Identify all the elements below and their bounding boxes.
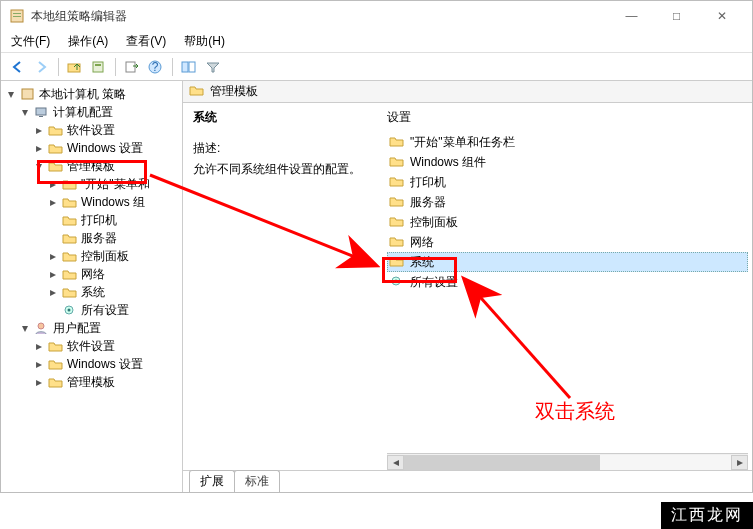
menu-view[interactable]: 查看(V) [122, 31, 170, 52]
twisty-icon[interactable]: ▾ [19, 322, 31, 334]
minimize-button[interactable]: — [609, 2, 654, 30]
up-folder-button[interactable] [64, 56, 86, 78]
twisty-icon[interactable]: ▾ [19, 106, 31, 118]
folder-icon [48, 339, 64, 353]
tree-user-software[interactable]: ▸软件设置 [31, 337, 182, 355]
tree-admin-printers[interactable]: ▸打印机 [45, 211, 182, 229]
twisty-icon[interactable]: ▸ [33, 142, 45, 154]
settings-icon [62, 303, 78, 317]
folder-icon [389, 134, 405, 151]
twisty-icon[interactable]: ▸ [33, 358, 45, 370]
scroll-thumb[interactable] [404, 455, 600, 470]
tree-admin-start[interactable]: ▸"开始"菜单和 [45, 175, 182, 193]
tree-label: 所有设置 [81, 302, 129, 319]
showhide-button[interactable] [178, 56, 200, 78]
list-item-control[interactable]: 控制面板 [387, 212, 748, 232]
forward-button[interactable] [31, 56, 53, 78]
folder-icon [48, 357, 64, 371]
help-button[interactable]: ? [145, 56, 167, 78]
folder-icon [48, 375, 64, 389]
tab-extended[interactable]: 扩展 [189, 470, 235, 492]
tree-root[interactable]: ▾ 本地计算机 策略 [3, 85, 182, 103]
toolbar: ? [1, 53, 752, 81]
window-buttons: — □ ✕ [609, 2, 744, 30]
close-button[interactable]: ✕ [699, 2, 744, 30]
svg-rect-11 [22, 89, 33, 99]
svg-point-16 [38, 323, 44, 329]
item-label: 系统 [410, 254, 434, 271]
properties-button[interactable] [88, 56, 110, 78]
path-bar: 管理模板 [183, 81, 752, 103]
item-label: 网络 [410, 234, 434, 251]
folder-icon [62, 231, 78, 245]
folder-icon [48, 141, 64, 155]
item-label: 所有设置 [410, 274, 458, 291]
tree-label: 系统 [81, 284, 105, 301]
menubar: 文件(F) 操作(A) 查看(V) 帮助(H) [1, 31, 752, 53]
svg-rect-13 [39, 116, 43, 117]
maximize-button[interactable]: □ [654, 2, 699, 30]
twisty-icon[interactable]: ▸ [47, 250, 59, 262]
twisty-icon[interactable]: ▸ [47, 268, 59, 280]
gpedit-window: 本地组策略编辑器 — □ ✕ 文件(F) 操作(A) 查看(V) 帮助(H) ? [0, 0, 753, 493]
tab-standard[interactable]: 标准 [234, 470, 280, 492]
tree-user-admin[interactable]: ▸管理模板 [31, 373, 182, 391]
tree-computer-config[interactable]: ▾ 计算机配置 [17, 103, 182, 121]
tree-comp-windows[interactable]: ▸Windows 设置 [31, 139, 182, 157]
tree-pane[interactable]: ▾ 本地计算机 策略 ▾ 计算机配置 [1, 81, 183, 492]
tree-user-config[interactable]: ▾ 用户配置 [17, 319, 182, 337]
list-item-servers[interactable]: 服务器 [387, 192, 748, 212]
twisty-icon[interactable]: ▾ [33, 160, 45, 172]
tree-admin-all[interactable]: ▸所有设置 [45, 301, 182, 319]
twisty-icon[interactable]: ▸ [33, 376, 45, 388]
tree-admin-system[interactable]: ▸系统 [45, 283, 182, 301]
tree-comp-admin-templates[interactable]: ▾管理模板 [31, 157, 182, 175]
twisty-icon[interactable]: ▸ [47, 196, 59, 208]
list-item-network[interactable]: 网络 [387, 232, 748, 252]
folder-icon [48, 123, 64, 137]
tree-admin-network[interactable]: ▸网络 [45, 265, 182, 283]
item-label: 打印机 [410, 174, 446, 191]
export-list-button[interactable] [121, 56, 143, 78]
tree-user-windows[interactable]: ▸Windows 设置 [31, 355, 182, 373]
twisty-icon[interactable]: ▸ [33, 340, 45, 352]
description-column: 系统 描述: 允许不同系统组件设置的配置。 [183, 103, 383, 470]
svg-rect-5 [95, 64, 101, 66]
list-item-system[interactable]: 系统 [387, 252, 748, 272]
scroll-left-button[interactable]: ◂ [387, 455, 404, 470]
menu-action[interactable]: 操作(A) [64, 31, 112, 52]
twisty-icon[interactable]: ▸ [47, 178, 59, 190]
list-item-start[interactable]: "开始"菜单和任务栏 [387, 132, 748, 152]
back-button[interactable] [7, 56, 29, 78]
list-item-all[interactable]: 所有设置 [387, 272, 748, 292]
twisty-icon[interactable]: ▾ [5, 88, 17, 100]
tree-label: 计算机配置 [53, 104, 113, 121]
scroll-track[interactable] [404, 455, 731, 470]
list-item-printers[interactable]: 打印机 [387, 172, 748, 192]
body: ▾ 本地计算机 策略 ▾ 计算机配置 [1, 81, 752, 492]
tree-label: 管理模板 [67, 374, 115, 391]
tree-admin-servers[interactable]: ▸服务器 [45, 229, 182, 247]
twisty-icon[interactable]: ▸ [47, 286, 59, 298]
user-icon [34, 321, 50, 335]
tree-comp-software[interactable]: ▸软件设置 [31, 121, 182, 139]
horizontal-scrollbar[interactable]: ◂ ▸ [387, 453, 748, 470]
tree-admin-control[interactable]: ▸控制面板 [45, 247, 182, 265]
folder-icon [389, 214, 405, 231]
tree: ▾ 本地计算机 策略 ▾ 计算机配置 [1, 85, 182, 391]
watermark: 江西龙网 [661, 502, 753, 529]
description-label: 描述: [193, 140, 373, 157]
twisty-icon[interactable]: ▸ [33, 124, 45, 136]
tree-admin-wincomp[interactable]: ▸Windows 组 [45, 193, 182, 211]
tree-label: "开始"菜单和 [81, 176, 150, 193]
menu-file[interactable]: 文件(F) [7, 31, 54, 52]
menu-help[interactable]: 帮助(H) [180, 31, 229, 52]
filter-button[interactable] [202, 56, 224, 78]
annotation-text: 双击系统 [535, 398, 615, 425]
list-item-wincomp[interactable]: Windows 组件 [387, 152, 748, 172]
svg-rect-2 [13, 16, 21, 17]
folder-icon [389, 254, 405, 271]
svg-rect-10 [189, 62, 195, 72]
scroll-right-button[interactable]: ▸ [731, 455, 748, 470]
computer-icon [34, 105, 50, 119]
